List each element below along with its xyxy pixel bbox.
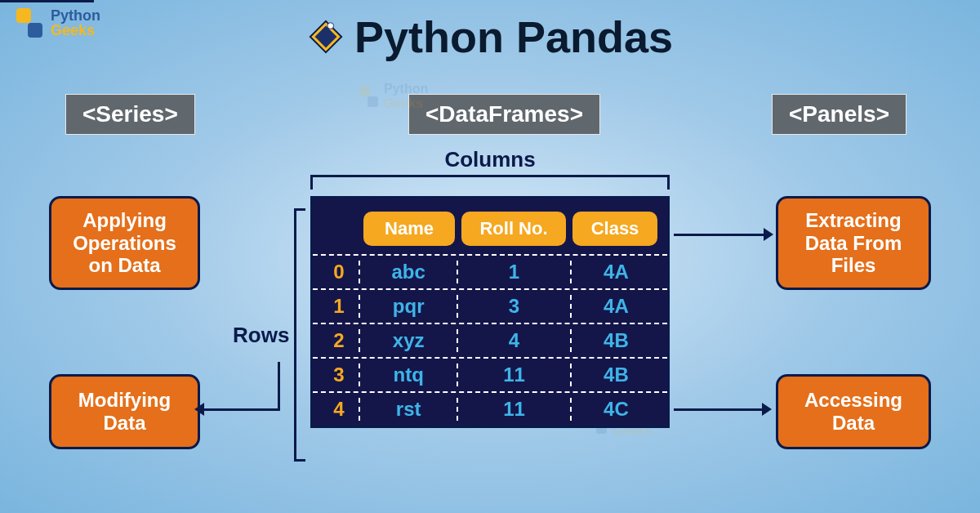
- connector-arrow: [0, 0, 94, 2]
- pandas-icon: [307, 18, 345, 56]
- op-modifying-data: Modifying Data: [49, 374, 200, 449]
- cell-roll: 1: [458, 261, 572, 283]
- rows-bracket: [294, 208, 305, 462]
- svg-point-2: [327, 23, 334, 29]
- table-row: 3 ntq 11 4B: [313, 357, 667, 391]
- cell-roll: 11: [458, 398, 572, 421]
- col-header-name: Name: [363, 212, 455, 246]
- connector-arrow: [204, 408, 278, 411]
- cell-class: 4C: [572, 398, 661, 421]
- op-extracting-data: Extracting Data From Files: [776, 196, 931, 290]
- connector-arrow: [674, 408, 762, 411]
- rows-label: Rows: [233, 323, 289, 348]
- row-index: 4: [319, 398, 360, 421]
- tag-series: <Series>: [65, 94, 195, 135]
- cell-name: ntq: [360, 364, 458, 386]
- cell-class: 4A: [572, 261, 661, 283]
- cell-name: abc: [360, 261, 458, 283]
- table-row: 0 abc 1 4A: [313, 254, 667, 288]
- columns-bracket: [310, 175, 670, 190]
- row-index: 3: [319, 364, 360, 386]
- watermark: PythonGeeks: [359, 82, 428, 111]
- cell-name: pqr: [360, 295, 458, 318]
- table-row: 1 pqr 3 4A: [313, 288, 667, 323]
- cell-name: xyz: [360, 329, 458, 352]
- cell-roll: 11: [458, 364, 572, 386]
- connector-arrow: [674, 234, 764, 236]
- columns-label: Columns: [0, 147, 980, 172]
- op-applying-operations: Applying Operations on Data: [49, 196, 200, 290]
- title-text: Python Pandas: [354, 11, 673, 62]
- table-header-row: Name Roll No. Class: [313, 199, 667, 254]
- cell-roll: 4: [458, 329, 572, 352]
- cell-class: 4B: [572, 329, 661, 352]
- cell-class: 4B: [572, 364, 661, 386]
- row-index: 1: [319, 295, 360, 318]
- op-accessing-data: Accessing Data: [776, 374, 931, 449]
- tag-panels: <Panels>: [772, 94, 906, 135]
- table-row: 2 xyz 4 4B: [313, 323, 667, 357]
- page-title: Python Pandas: [0, 11, 980, 62]
- table-row: 4 rst 11 4C: [313, 391, 667, 426]
- cell-class: 4A: [572, 295, 661, 318]
- cell-name: rst: [360, 398, 458, 421]
- col-header-class: Class: [572, 212, 657, 246]
- cell-roll: 3: [458, 295, 572, 318]
- row-index: 0: [319, 261, 360, 283]
- col-header-roll: Roll No.: [461, 212, 566, 246]
- row-index: 2: [319, 329, 360, 352]
- dataframe-table: Name Roll No. Class 0 abc 1 4A 1 pqr 3 4…: [310, 196, 670, 428]
- tag-dataframes: <DataFrames>: [408, 94, 600, 135]
